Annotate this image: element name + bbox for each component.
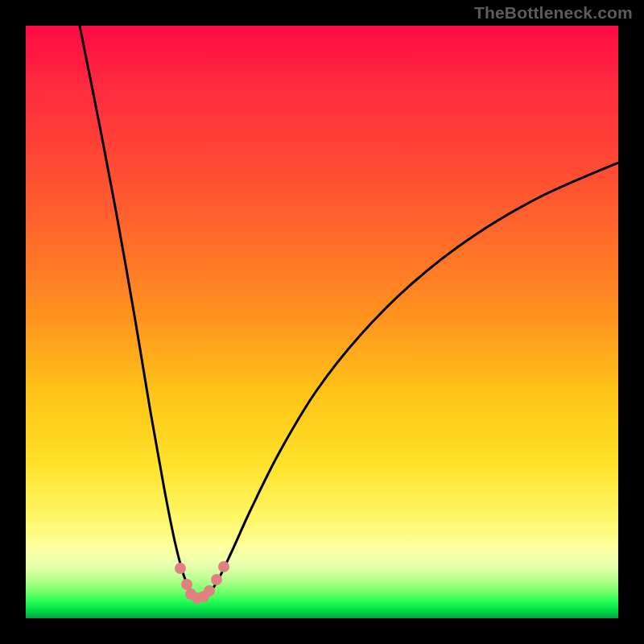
min-point: [218, 561, 229, 572]
watermark-text: TheBottleneck.com: [474, 3, 633, 23]
min-point: [211, 574, 222, 585]
min-point: [204, 585, 215, 597]
chart-frame: TheBottleneck.com: [0, 0, 644, 644]
min-point-cluster: [26, 26, 618, 618]
plot-area: [26, 26, 618, 618]
min-point: [175, 563, 186, 574]
